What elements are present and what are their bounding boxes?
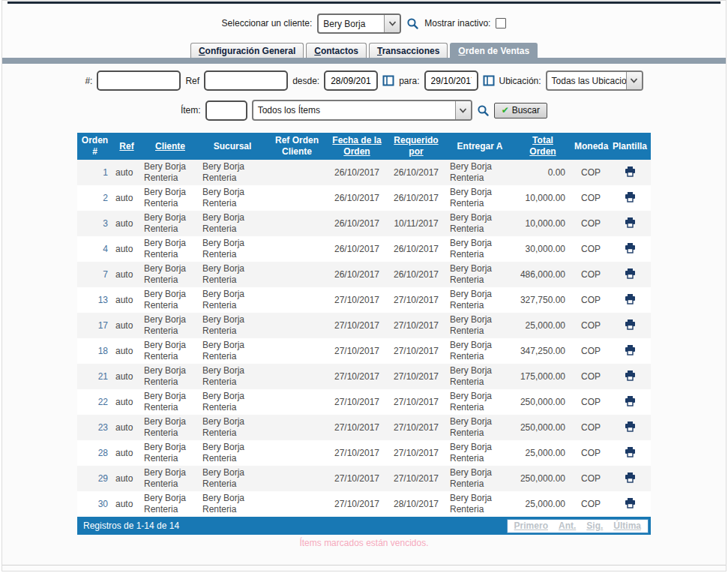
cell-num[interactable]: 13: [77, 287, 112, 313]
printer-icon[interactable]: [609, 160, 651, 185]
printer-icon[interactable]: [609, 313, 651, 338]
printer-icon[interactable]: [609, 364, 651, 389]
pager-link-ltima[interactable]: Última: [613, 520, 641, 531]
column-header-label: Total Orden: [526, 135, 559, 158]
cell-num[interactable]: 21: [77, 364, 112, 389]
cell-sucursal: Bery Borja Renteria: [199, 236, 265, 262]
cell-num[interactable]: 17: [77, 313, 112, 338]
cell-num[interactable]: 23: [77, 415, 112, 440]
cell-cliente: Bery Borja Renteria: [141, 287, 199, 313]
pager-link-primero[interactable]: Primero: [514, 520, 548, 531]
cell-num[interactable]: 3: [77, 211, 112, 236]
cell-num[interactable]: 4: [77, 236, 112, 262]
date-from-label: desde:: [292, 76, 319, 86]
cell-total: 347,250.00: [513, 338, 573, 364]
tab-transacciones[interactable]: Transacciones: [369, 43, 448, 58]
client-select[interactable]: Bery Borja: [317, 14, 401, 34]
calendar-icon[interactable]: [382, 75, 394, 86]
cell-ref-orden: [265, 338, 328, 364]
cell-ref: auto: [112, 211, 141, 236]
column-header-ref-orden-cliente: Ref Orden Cliente: [265, 133, 328, 160]
cell-ref: auto: [112, 313, 141, 338]
printer-icon[interactable]: [609, 491, 651, 517]
cell-fecha: 26/10/2017: [328, 185, 385, 211]
location-label: Ubicación:: [499, 76, 541, 86]
column-header-cliente[interactable]: Cliente: [141, 133, 199, 160]
cell-ref-orden: [265, 185, 328, 211]
search-button[interactable]: ✔ Buscar: [494, 103, 547, 118]
date-to-input[interactable]: [424, 70, 478, 91]
cell-total: 250,000.00: [513, 466, 573, 491]
pager-link-ant[interactable]: Ant.: [559, 520, 576, 531]
column-header-fecha-de-la-orden[interactable]: Fecha de la Orden: [328, 133, 385, 160]
cell-total: 30,000.00: [513, 236, 573, 262]
expired-items-notice: Ítems marcados están vencidos.: [2, 538, 726, 548]
printer-icon[interactable]: [609, 389, 651, 415]
printer-icon[interactable]: [609, 440, 651, 466]
cell-moneda: COP: [573, 160, 609, 185]
cell-num[interactable]: 22: [77, 389, 112, 415]
filter-row-main: #: Ref desde: para: Ubicación: Todas las…: [2, 70, 726, 91]
cell-num[interactable]: 1: [77, 160, 112, 185]
calendar-icon[interactable]: [483, 75, 495, 86]
cell-fecha: 27/10/2017: [328, 440, 385, 466]
pager-link-sig[interactable]: Sig.: [586, 520, 603, 531]
search-icon[interactable]: [406, 17, 419, 30]
cell-requerido: 27/10/2017: [385, 313, 447, 338]
ref-input[interactable]: [204, 70, 288, 91]
cell-sucursal: Bery Borja Renteria: [199, 466, 265, 491]
cell-num[interactable]: 2: [77, 185, 112, 211]
table-row: 23autoBery Borja RenteriaBery Borja Rent…: [77, 415, 651, 440]
printer-icon[interactable]: [609, 236, 651, 262]
cell-sucursal: Bery Borja Renteria: [199, 160, 265, 185]
cell-moneda: COP: [573, 236, 609, 262]
item-input[interactable]: [205, 100, 247, 121]
cell-ref: auto: [112, 185, 141, 211]
printer-icon[interactable]: [609, 466, 651, 491]
cell-ref: auto: [112, 160, 141, 185]
tab-orden-de-ventas[interactable]: Orden de Ventas: [450, 43, 538, 58]
cell-num[interactable]: 28: [77, 440, 112, 466]
cell-sucursal: Bery Borja Renteria: [199, 389, 265, 415]
order-number-input[interactable]: [97, 70, 181, 91]
cell-entregar: Bery Borja Renteria: [447, 491, 513, 517]
chevron-down-icon[interactable]: [626, 72, 642, 89]
show-inactive-checkbox[interactable]: [496, 18, 506, 28]
cell-entregar: Bery Borja Renteria: [447, 185, 513, 211]
chevron-down-icon[interactable]: [455, 101, 471, 119]
cell-requerido: 27/10/2017: [385, 364, 447, 389]
cell-total: 25,000.00: [513, 313, 573, 338]
items-select[interactable]: Todos los Ítems: [252, 100, 472, 121]
cell-num[interactable]: 29: [77, 466, 112, 491]
table-row: 17autoBery Borja RenteriaBery Borja Rent…: [77, 313, 651, 338]
cell-num[interactable]: 18: [77, 338, 112, 364]
column-header-requerido-por[interactable]: Requerido por: [385, 133, 447, 160]
search-icon[interactable]: [477, 104, 490, 117]
printer-icon[interactable]: [609, 262, 651, 287]
location-select[interactable]: Todas las Ubicaciones: [546, 70, 643, 91]
column-header-plantilla: Plantilla: [609, 133, 651, 160]
cell-ref-orden: [265, 236, 328, 262]
cell-num[interactable]: 30: [77, 491, 112, 517]
printer-icon[interactable]: [609, 338, 651, 364]
printer-icon[interactable]: [609, 287, 651, 313]
tab-contactos[interactable]: Contactos: [306, 43, 367, 58]
cell-cliente: Bery Borja Renteria: [141, 389, 199, 415]
cell-sucursal: Bery Borja Renteria: [199, 338, 265, 364]
cell-cliente: Bery Borja Renteria: [141, 338, 199, 364]
printer-icon[interactable]: [609, 415, 651, 440]
date-from-input[interactable]: [324, 70, 378, 91]
cell-entregar: Bery Borja Renteria: [447, 338, 513, 364]
cell-num[interactable]: 7: [77, 262, 112, 287]
printer-icon[interactable]: [609, 211, 651, 236]
tab-configuraci-n-general[interactable]: Configuración General: [190, 43, 304, 58]
cell-requerido: 28/10/2017: [385, 491, 447, 517]
cell-ref-orden: [265, 211, 328, 236]
cell-total: 250,000.00: [513, 389, 573, 415]
chevron-down-icon[interactable]: [384, 15, 400, 32]
printer-icon[interactable]: [609, 185, 651, 211]
column-header-ref[interactable]: Ref: [112, 133, 141, 160]
cell-moneda: COP: [573, 185, 609, 211]
cell-cliente: Bery Borja Renteria: [141, 185, 199, 211]
column-header-total-orden[interactable]: Total Orden: [513, 133, 573, 160]
